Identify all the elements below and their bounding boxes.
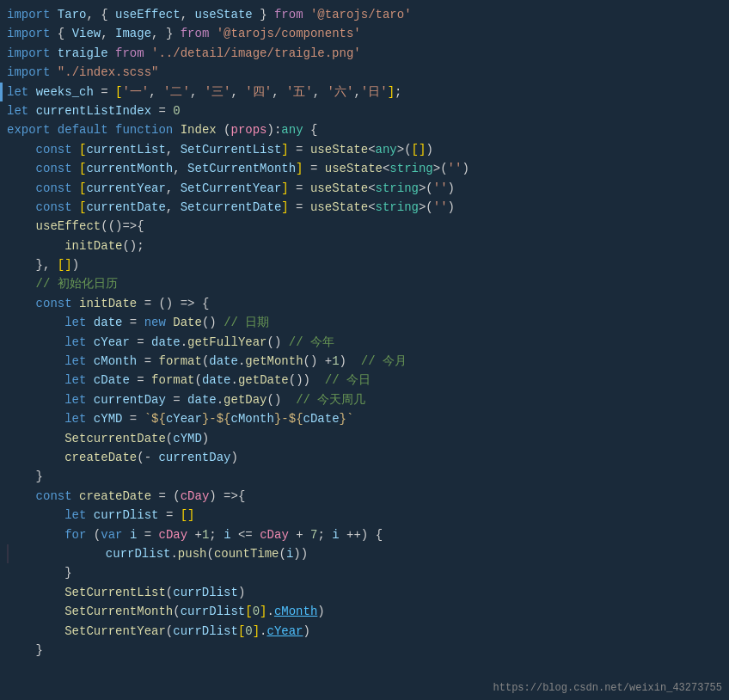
code-line: } xyxy=(0,641,729,660)
code-line: for (var i = cDay +1; i <= cDay + 7; i +… xyxy=(0,525,729,544)
code-editor: import Taro, { useEffect, useState } fro… xyxy=(0,0,729,665)
code-line: const [currentList, SetCurrentList] = us… xyxy=(0,140,729,159)
code-line: let date = new Date() // 日期 xyxy=(0,313,729,332)
code-line: const [currentMonth, SetCurrentMonth] = … xyxy=(0,159,729,178)
code-line: let cMonth = format(date.getMonth() +1) … xyxy=(0,352,729,371)
code-line: let cYMD = `${cYear}-${cMonth}-${cDate}` xyxy=(0,409,729,428)
code-line: import { View, Image, } from '@tarojs/co… xyxy=(0,24,729,43)
code-line: }, []) xyxy=(0,255,729,274)
code-line: } xyxy=(0,467,729,486)
code-line: export default function Index (props):an… xyxy=(0,120,729,139)
code-line: let cYear = date.getFullYear() // 今年 xyxy=(0,333,729,352)
code-line: SetCurrentList(currDlist) xyxy=(0,583,729,602)
code-line: const [currentYear, SetCurrentYear] = us… xyxy=(0,179,729,198)
code-line: SetcurrentDate(cYMD) xyxy=(0,429,729,448)
code-line: SetCurrentYear(currDlist[0].cYear) xyxy=(0,622,729,641)
code-line: import "./index.scss" xyxy=(0,63,729,82)
code-line: createDate(- currentDay) xyxy=(0,448,729,467)
code-line: import Taro, { useEffect, useState } fro… xyxy=(0,5,729,24)
code-line: useEffect(()=>{ xyxy=(0,217,729,236)
code-line: let cDate = format(date.getDate()) // 今日 xyxy=(0,371,729,390)
code-line: import traigle from '../detail/image/tra… xyxy=(0,44,729,63)
code-line: currDlist.push(countTime(i)) xyxy=(0,544,729,563)
code-line: SetCurrentMonth(currDlist[0].cMonth) xyxy=(0,602,729,621)
code-line: const createDate = (cDay) =>{ xyxy=(0,487,729,506)
watermark-url: https://blog.csdn.net/weixin_43273755 xyxy=(493,682,722,694)
code-line: const initDate = () => { xyxy=(0,294,729,313)
code-line: } xyxy=(0,563,729,582)
code-line: let currentListIndex = 0 xyxy=(0,101,729,120)
code-line: let currDlist = [] xyxy=(0,506,729,525)
code-line: // 初始化日历 xyxy=(0,274,729,293)
code-line: let currentDay = date.getDay() // 今天周几 xyxy=(0,390,729,409)
code-line: const [currentDate, SetcurrentDate] = us… xyxy=(0,198,729,217)
code-line: initDate(); xyxy=(0,236,729,255)
code-line: let weeks_ch = ['一', '二', '三', '四', '五',… xyxy=(0,83,729,101)
watermark: https://blog.csdn.net/weixin_43273755 xyxy=(487,674,729,700)
